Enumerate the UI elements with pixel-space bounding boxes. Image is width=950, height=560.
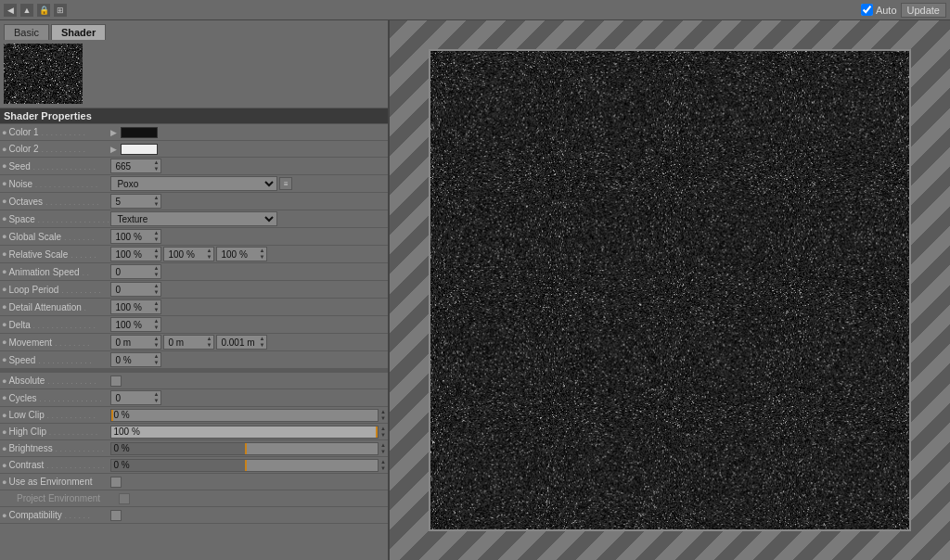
expand-icon[interactable]: ⊞	[54, 4, 67, 17]
low-clip-slider[interactable]: 0 % ▲ ▼	[110, 409, 386, 422]
relative-scale-input-2[interactable]: 100 % ▲▼	[163, 247, 214, 261]
m1-down[interactable]: ▼	[153, 342, 159, 349]
contrast-dot: ●	[2, 461, 6, 470]
m1-up[interactable]: ▲	[153, 336, 159, 342]
m3-up[interactable]: ▲	[259, 336, 264, 342]
rs3-down[interactable]: ▼	[259, 254, 264, 261]
speed-down[interactable]: ▼	[153, 360, 159, 366]
movement-input-3[interactable]: 0.001 m ▲▼	[216, 335, 267, 350]
movement-input-1[interactable]: 0 m ▲▼	[110, 335, 161, 350]
arrow-left-btn[interactable]: ◀	[4, 4, 17, 17]
brightness-dot: ●	[2, 444, 6, 453]
high-clip-slider[interactable]: 100 % ▲ ▼	[110, 426, 386, 439]
brightness-up[interactable]: ▲	[380, 442, 386, 449]
high-clip-label: High Clip . . . . . . . . . . .	[8, 426, 110, 437]
cycles-up[interactable]: ▲	[153, 391, 159, 398]
global-scale-down[interactable]: ▼	[153, 236, 159, 243]
tab-shader[interactable]: Shader	[51, 24, 106, 40]
color1-arrow: ▶	[110, 128, 117, 137]
rs1-up[interactable]: ▲	[153, 248, 159, 254]
movement-inputs: 0 m ▲▼ 0 m ▲▼ 0.001 m ▲▼	[110, 335, 267, 350]
lp-down[interactable]: ▼	[153, 289, 159, 296]
rs1-down[interactable]: ▼	[153, 254, 159, 261]
octaves-down[interactable]: ▼	[153, 201, 159, 208]
delta-label: Delta . . . . . . . . . . . . . .	[8, 320, 110, 330]
low-clip-up[interactable]: ▲	[380, 409, 386, 415]
global-scale-input[interactable]: 100 % ▲ ▼	[110, 229, 161, 244]
top-toolbar: ◀ ▲ 🔒 ⊞ Auto Update	[0, 0, 950, 20]
detail-att-label: Detail Attenuation .	[8, 302, 110, 312]
speed-up[interactable]: ▲	[153, 353, 159, 360]
low-clip-down[interactable]: ▼	[380, 415, 386, 422]
absolute-label: Absolute . . . . . . . . . . .	[8, 375, 110, 386]
m2-up[interactable]: ▲	[206, 336, 212, 342]
brightness-down[interactable]: ▼	[380, 449, 386, 455]
octaves-input[interactable]: 5 ▲ ▼	[110, 194, 161, 209]
compatibility-row: ● Compatibility . . . . . .	[0, 507, 388, 524]
rs3-up[interactable]: ▲	[259, 248, 264, 254]
loop-period-input[interactable]: 0 ▲▼	[110, 282, 161, 297]
movement-input-2[interactable]: 0 m ▲▼	[163, 335, 214, 350]
low-clip-row: ● Low Clip . . . . . . . . . . . 0 % ▲ ▼	[0, 407, 388, 424]
delta-down[interactable]: ▼	[153, 325, 159, 331]
noise-menu-icon[interactable]: ≡	[279, 177, 292, 190]
space-dropdown[interactable]: Texture	[110, 211, 277, 226]
m2-down[interactable]: ▼	[206, 342, 212, 349]
brightness-slider[interactable]: 0 % ▲ ▼	[110, 442, 386, 455]
contrast-up[interactable]: ▲	[380, 459, 386, 465]
as-up[interactable]: ▲	[153, 265, 159, 272]
relative-scale-input-3[interactable]: 100 % ▲▼	[216, 247, 267, 261]
absolute-checkbox[interactable]	[110, 375, 122, 387]
contrast-slider[interactable]: 0 % ▲ ▼	[110, 459, 386, 472]
use-env-dot: ●	[2, 477, 6, 487]
color1-swatch[interactable]	[121, 127, 158, 138]
color2-row: ● Color 2 . . . . . . . . . . ▶	[0, 141, 388, 158]
loop-period-dot: ●	[2, 285, 6, 294]
speed-input[interactable]: 0 % ▲▼	[110, 352, 161, 367]
cycles-down[interactable]: ▼	[153, 398, 159, 404]
seed-input[interactable]: 665 ▲ ▼	[110, 159, 161, 173]
left-panel: Basic Shader Shader Properties ● Color 1…	[0, 20, 390, 560]
update-button[interactable]: Update	[901, 3, 946, 18]
use-env-checkbox[interactable]	[110, 477, 122, 488]
as-down[interactable]: ▼	[153, 272, 159, 278]
delta-input[interactable]: 100 % ▲▼	[110, 317, 161, 332]
lock-icon: 🔒	[37, 4, 50, 17]
contrast-down[interactable]: ▼	[380, 465, 386, 472]
cycles-input[interactable]: 0 ▲▼	[110, 390, 161, 405]
global-scale-up[interactable]: ▲	[153, 230, 159, 236]
global-scale-row: ● Global Scale . . . . . . . 100 % ▲ ▼	[0, 228, 388, 246]
m3-down[interactable]: ▼	[259, 342, 264, 349]
color1-row: ● Color 1 . . . . . . . . . . ▶	[0, 124, 388, 141]
seed-down[interactable]: ▼	[153, 166, 159, 172]
da-down[interactable]: ▼	[153, 307, 159, 313]
delta-up[interactable]: ▲	[153, 318, 159, 325]
high-clip-up[interactable]: ▲	[380, 426, 386, 432]
relative-scale-input-1[interactable]: 100 % ▲▼	[110, 247, 161, 261]
high-clip-down[interactable]: ▼	[380, 432, 386, 439]
cycles-label: Cycles . . . . . . . . . . . . . .	[8, 393, 110, 403]
proj-env-checkbox[interactable]	[119, 493, 130, 504]
tab-basic[interactable]: Basic	[4, 24, 49, 40]
da-up[interactable]: ▲	[153, 300, 159, 307]
noise-dropdown[interactable]: Poxo	[110, 176, 277, 191]
lp-up[interactable]: ▲	[153, 283, 159, 289]
rs2-down[interactable]: ▼	[206, 254, 212, 261]
animation-speed-input[interactable]: 0 ▲▼	[110, 264, 161, 279]
detail-att-input[interactable]: 100 % ▲▼	[110, 299, 161, 314]
relative-scale-row: ● Relative Scale . . . . . . 100 % ▲▼ 10…	[0, 246, 388, 263]
rs2-up[interactable]: ▲	[206, 248, 212, 254]
space-dot: ●	[2, 214, 6, 223]
relative-scale-label: Relative Scale . . . . . .	[8, 249, 110, 260]
color2-swatch[interactable]	[121, 144, 158, 155]
arrow-up-btn[interactable]: ▲	[20, 4, 33, 17]
compat-checkbox[interactable]	[110, 510, 122, 521]
global-scale-dot: ●	[2, 232, 6, 241]
color1-label: Color 1 . . . . . . . . . .	[8, 127, 110, 137]
octaves-row: ● Octaves . . . . . . . . . . . . 5 ▲ ▼	[0, 193, 388, 210]
speed-dot: ●	[2, 355, 6, 364]
octaves-up[interactable]: ▲	[153, 195, 159, 201]
auto-checkbox[interactable]	[861, 4, 873, 16]
seed-up[interactable]: ▲	[153, 159, 159, 166]
high-clip-row: ● High Clip . . . . . . . . . . . 100 % …	[0, 424, 388, 440]
